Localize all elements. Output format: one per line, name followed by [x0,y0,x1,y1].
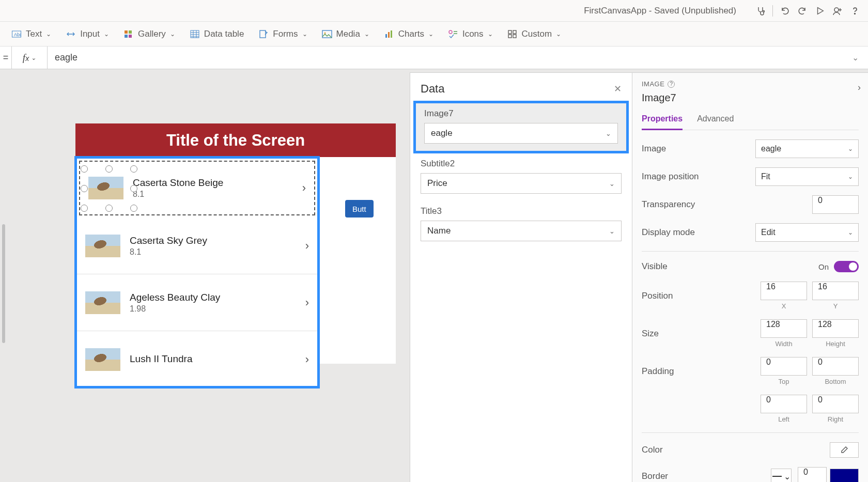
chevron-right-icon[interactable]: › [305,239,309,253]
border-color-picker[interactable] [830,469,859,482]
toggle-value: On [818,262,829,271]
prop-image-label: Image [642,144,755,154]
formula-expand-icon[interactable]: ⌄ [847,53,863,63]
ribbon-input[interactable]: Input⌄ [66,29,109,39]
svg-rect-18 [513,30,516,34]
prop-size-label: Size [642,329,761,339]
prop-padding-label: Padding [642,366,761,377]
svg-point-1 [834,8,839,12]
top-label: Top [779,378,789,385]
prop-transparency-label: Transparency [642,199,812,210]
chevron-down-icon: ⌄ [606,130,611,137]
diagnostics-icon[interactable] [752,2,769,20]
custom-icon [507,29,518,39]
width-label: Width [775,340,792,348]
pos-x-input[interactable]: 16 [761,282,807,300]
gallery-image[interactable] [88,177,123,199]
size-h-input[interactable]: 128 [812,319,859,338]
redo-icon[interactable] [794,2,811,20]
size-w-input[interactable]: 128 [761,319,807,338]
formula-input[interactable]: eagle [48,52,847,63]
data-field-dropdown[interactable]: eagle⌄ [424,123,618,144]
undo-icon[interactable] [776,2,794,20]
gallery-subtitle: 1.98 [130,304,296,314]
ribbon-datatable[interactable]: Data table [190,29,244,39]
chevron-right-icon[interactable]: › [305,296,309,309]
tab-advanced[interactable]: Advanced [697,111,734,130]
data-field-title3[interactable]: Title3 Name⌄ [410,201,632,248]
charts-icon [384,29,394,39]
border-width-input[interactable]: 0 [798,467,827,482]
title-bar: FirstCanvasApp - Saved (Unpublished) [0,0,868,22]
gallery-control[interactable]: Caserta Stone Beige8.1 › Caserta Sky Gre… [74,156,320,388]
svg-rect-13 [385,34,387,38]
canvas-preview[interactable]: Title of the Screen Caserta Stone Beige8… [75,123,396,364]
data-panel-title: Data [421,82,614,96]
gallery-row[interactable]: Lush II Tundra › [77,331,317,388]
right-label: Right [828,415,843,423]
prop-pos-label: Position [642,291,761,301]
svg-rect-7 [125,35,128,38]
insert-ribbon: Abc Text⌄ Input⌄ Gallery⌄ Data table For… [0,22,868,46]
ribbon-charts[interactable]: Charts⌄ [384,29,433,39]
ribbon-forms[interactable]: Forms⌄ [258,29,307,39]
tab-properties[interactable]: Properties [642,111,683,130]
share-icon[interactable] [829,2,846,20]
close-icon[interactable]: ✕ [614,83,622,95]
visible-toggle[interactable] [834,261,859,272]
svg-rect-10 [260,30,266,38]
border-style-select[interactable]: ⌄ [771,469,792,482]
canvas-button[interactable]: Butt [345,200,374,217]
ribbon-gallery[interactable]: Gallery⌄ [123,29,175,39]
pad-left-input[interactable]: 0 [761,395,807,413]
pad-right-input[interactable]: 0 [812,395,859,413]
data-field-subtitle2[interactable]: Subtitle2 Price⌄ [410,153,632,201]
prop-border-label: Border [642,471,771,481]
bottom-label: Bottom [825,378,846,385]
color-picker[interactable] [830,442,859,458]
svg-point-0 [763,10,765,12]
help-icon[interactable] [846,2,864,20]
ribbon-custom[interactable]: Custom⌄ [507,29,562,39]
height-label: Height [826,340,845,348]
svg-text:Abc: Abc [14,32,21,37]
ribbon-media[interactable]: Media⌄ [322,29,369,39]
chevron-right-icon[interactable]: › [858,82,861,93]
play-icon[interactable] [811,2,829,20]
screen-title: Title of the Screen [75,123,396,157]
chevron-right-icon[interactable]: › [305,353,309,366]
pos-y-input[interactable]: 16 [812,282,859,300]
pad-top-input[interactable]: 0 [761,357,807,376]
pad-bottom-input[interactable]: 0 [812,357,859,376]
data-field-label: Image7 [424,108,618,119]
media-icon [322,29,332,39]
svg-rect-19 [508,35,512,38]
gallery-image [85,348,120,371]
app-title: FirstCanvasApp - Saved (Unpublished) [584,6,736,16]
gallery-row[interactable]: Caserta Stone Beige8.1 › [79,161,315,215]
data-field-dropdown[interactable]: Name⌄ [421,221,622,241]
left-scrollbar[interactable] [2,224,5,343]
chevron-right-icon[interactable]: › [302,181,306,195]
chevron-down-icon: ⌄ [609,180,615,188]
gallery-row[interactable]: Caserta Sky Grey8.1 › [77,217,317,274]
prop-displaymode-select[interactable]: Edit⌄ [755,223,859,242]
gallery-title: Caserta Stone Beige [133,177,293,189]
prop-image-select[interactable]: eagle⌄ [755,139,859,158]
data-field-image7[interactable]: Image7 eagle⌄ [413,101,629,153]
svg-point-2 [855,13,856,14]
prop-position-select[interactable]: Fit⌄ [755,167,859,186]
forms-icon [258,29,269,39]
svg-rect-5 [125,30,128,34]
fx-button[interactable]: fx⌄ [11,46,48,69]
prop-transparency-input[interactable]: 0 [812,195,859,214]
gallery-row[interactable]: Ageless Beauty Clay1.98 › [77,274,317,331]
icons-icon [448,29,458,39]
ribbon-text[interactable]: Abc Text⌄ [11,29,51,39]
data-field-dropdown[interactable]: Price⌄ [421,173,622,194]
properties-panel: IMAGE ? ↖ › Image7 Properties Advanced I… [632,72,868,482]
chevron-down-icon: ⌄ [848,173,853,180]
datatable-icon [190,29,200,39]
ribbon-icons[interactable]: Icons⌄ [448,29,493,39]
help-circle-icon[interactable]: ? [668,81,675,88]
